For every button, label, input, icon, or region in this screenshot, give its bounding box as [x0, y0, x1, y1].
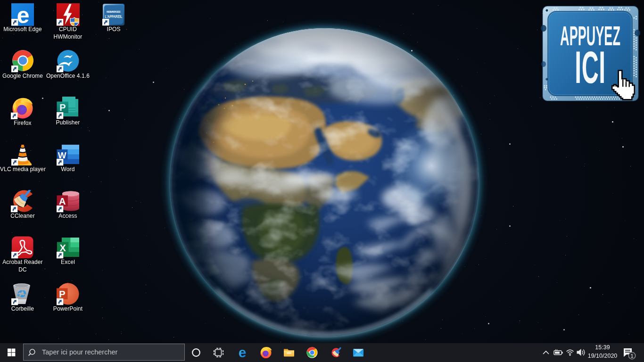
svg-text:P: P — [59, 289, 65, 299]
svg-text:ICI: ICI — [575, 42, 605, 92]
svg-text:W: W — [58, 150, 66, 160]
svg-text:e: e — [239, 346, 247, 359]
svg-text:L'APPAREIL: L'APPAREIL — [105, 14, 123, 19]
svg-text:X: X — [60, 243, 66, 253]
svg-text:P: P — [59, 102, 66, 113]
svg-text:e: e — [17, 3, 30, 26]
svg-text:1: 1 — [630, 353, 633, 359]
svg-text:A: A — [59, 196, 66, 206]
svg-text:REDEMARRAGE DE: REDEMARRAGE DE — [107, 10, 121, 13]
